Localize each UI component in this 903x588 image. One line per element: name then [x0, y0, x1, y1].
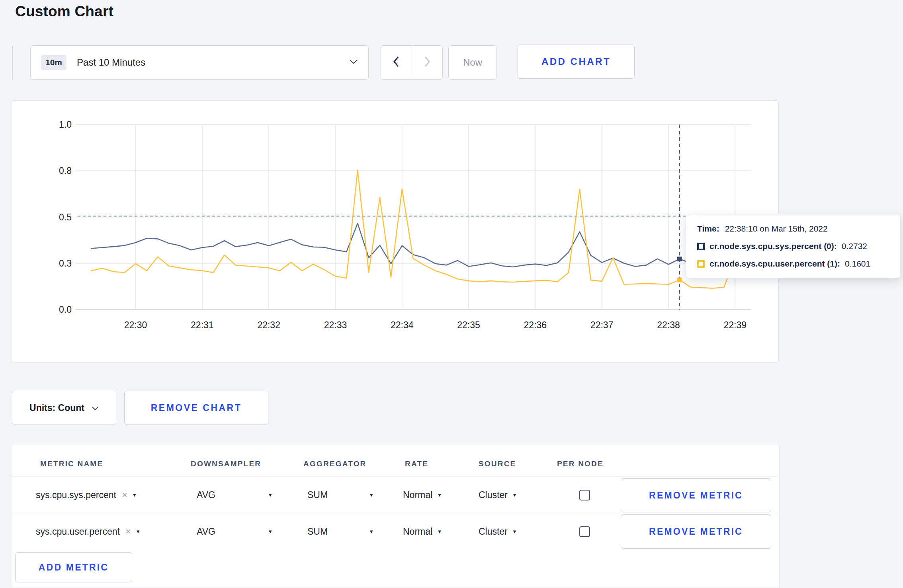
source-value: Cluster — [479, 526, 508, 537]
caret-down-icon: ▾ — [370, 528, 373, 535]
now-button[interactable]: Now — [448, 45, 497, 80]
aggregator-caret[interactable]: ▾ — [364, 477, 373, 513]
caret-down-icon: ▾ — [370, 491, 373, 498]
chevron-down-icon — [92, 403, 99, 413]
tooltip-series-value: 0.1601 — [845, 259, 870, 269]
add-chart-button[interactable]: ADD CHART — [518, 45, 635, 79]
caret-down-icon: ▾ — [269, 528, 272, 535]
col-header-aggregator: AGGREGATOR — [303, 459, 367, 468]
per-node-cell — [579, 513, 590, 550]
per-node-cell — [579, 477, 590, 513]
caret-down-icon: ▾ — [438, 528, 441, 535]
rate-value: Normal — [403, 526, 432, 537]
tooltip-series-name: cr.node.sys.cpu.sys.percent (0): — [710, 241, 837, 251]
time-range-dropdown[interactable]: 10m Past 10 Minutes — [30, 45, 369, 80]
chevron-left-icon — [393, 56, 399, 69]
downsampler-caret[interactable]: ▾ — [263, 477, 272, 513]
per-node-checkbox[interactable] — [579, 526, 590, 537]
prev-time-button[interactable] — [381, 46, 412, 79]
aggregator-value: SUM — [307, 526, 328, 537]
downsampler-value: AVG — [197, 526, 215, 537]
downsampler-caret[interactable]: ▾ — [263, 513, 272, 550]
clear-metric-icon[interactable]: × — [125, 526, 131, 537]
aggregator-select[interactable]: SUM — [307, 513, 328, 550]
chart-panel — [12, 100, 779, 363]
series-sys-swatch-icon — [697, 243, 705, 250]
remove-metric-button[interactable]: REMOVE METRIC — [621, 514, 771, 549]
series-user-swatch-icon — [697, 260, 705, 268]
remove-metric-button[interactable]: REMOVE METRIC — [621, 478, 771, 512]
downsampler-select[interactable]: AVG — [197, 477, 215, 513]
chevron-right-icon — [424, 56, 430, 69]
rate-select[interactable]: Normal ▾ — [403, 513, 441, 550]
metric-name-select[interactable]: sys.cpu.sys.percent × ▾ — [36, 477, 136, 513]
caret-down-icon: ▾ — [513, 491, 516, 498]
tooltip-time-value: 22:38:10 on Mar 15th, 2022 — [725, 224, 828, 234]
tooltip-series-value: 0.2732 — [842, 241, 867, 251]
caret-down-icon: ▾ — [438, 491, 441, 498]
metric-name-select[interactable]: sys.cpu.user.percent × ▾ — [36, 513, 140, 550]
toolbar-left-divider — [12, 46, 13, 80]
col-header-metric-name: METRIC NAME — [40, 459, 103, 468]
table-row: sys.cpu.user.percent × ▾ AVG ▾ SUM ▾ Nor… — [12, 513, 779, 550]
units-dropdown[interactable]: Units: Count — [12, 391, 116, 425]
rate-select[interactable]: Normal ▾ — [403, 477, 441, 513]
page-title: Custom Chart — [15, 3, 113, 20]
aggregator-select[interactable]: SUM — [307, 477, 328, 513]
col-header-rate: RATE — [405, 459, 428, 468]
col-header-per-node: PER NODE — [557, 459, 604, 468]
tooltip-series-name: cr.node.sys.cpu.user.percent (1): — [710, 259, 840, 269]
downsampler-select[interactable]: AVG — [197, 513, 215, 550]
per-node-checkbox[interactable] — [579, 490, 590, 500]
remove-chart-button[interactable]: REMOVE CHART — [124, 391, 268, 425]
time-pager — [381, 45, 443, 80]
metric-name-value: sys.cpu.user.percent — [36, 526, 120, 537]
chevron-down-icon — [349, 59, 358, 66]
table-row: sys.cpu.sys.percent × ▾ AVG ▾ SUM ▾ Norm… — [12, 476, 779, 513]
next-time-button[interactable] — [412, 46, 443, 79]
clear-metric-icon[interactable]: × — [122, 489, 127, 500]
caret-down-icon: ▾ — [269, 491, 272, 498]
source-select[interactable]: Cluster ▾ — [479, 513, 516, 550]
caret-down-icon: ▾ — [137, 528, 140, 535]
caret-down-icon: ▾ — [133, 491, 136, 498]
add-metric-button[interactable]: ADD METRIC — [15, 552, 132, 582]
chart-tooltip: Time: 22:38:10 on Mar 15th, 2022 cr.node… — [686, 214, 901, 278]
rate-value: Normal — [403, 490, 432, 500]
time-range-label: Past 10 Minutes — [77, 57, 349, 68]
col-header-downsampler: DOWNSAMPLER — [191, 459, 261, 468]
col-header-source: SOURCE — [479, 459, 516, 468]
downsampler-value: AVG — [197, 490, 215, 500]
source-select[interactable]: Cluster ▾ — [479, 477, 516, 513]
aggregator-caret[interactable]: ▾ — [364, 513, 373, 550]
caret-down-icon: ▾ — [513, 528, 516, 535]
tooltip-time-label: Time: — [697, 224, 719, 234]
aggregator-value: SUM — [307, 490, 328, 500]
time-range-badge: 10m — [41, 55, 66, 70]
units-label: Units: Count — [29, 403, 84, 413]
source-value: Cluster — [479, 490, 508, 500]
metric-name-value: sys.cpu.sys.percent — [36, 490, 116, 500]
